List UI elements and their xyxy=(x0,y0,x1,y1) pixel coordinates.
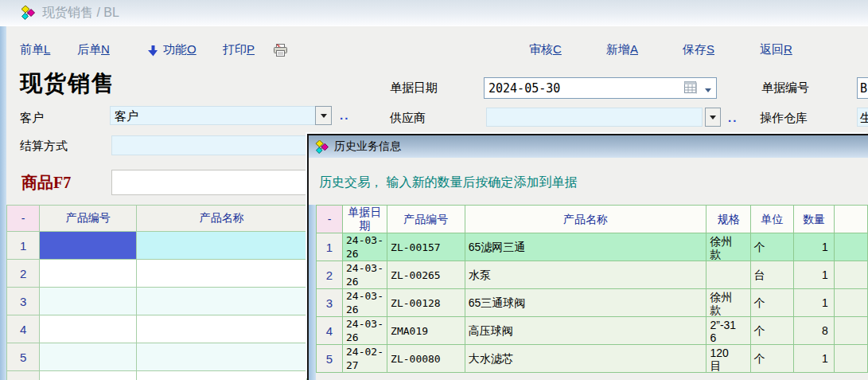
grid-cell[interactable] xyxy=(40,260,137,288)
cell-name[interactable]: 水泵 xyxy=(465,261,706,289)
col-header-product-name[interactable]: 产品名称 xyxy=(137,206,307,232)
grid-cell[interactable] xyxy=(40,343,137,371)
col-header-doc-date[interactable]: 单据日期 xyxy=(343,206,387,233)
printer-icon[interactable] xyxy=(273,44,288,57)
cell-name[interactable]: 65滤网三通 xyxy=(465,233,706,261)
product-input[interactable] xyxy=(111,170,306,195)
cell-qty[interactable]: 8 xyxy=(794,317,834,345)
cell-name[interactable]: 大水滤芯 xyxy=(465,345,706,373)
row-number[interactable]: 4 xyxy=(7,315,40,343)
cell-unit[interactable]: 个 xyxy=(750,345,793,373)
customer-browse-link[interactable]: .. xyxy=(340,108,349,122)
grid-cell[interactable] xyxy=(137,288,307,315)
cell-qty[interactable]: 1 xyxy=(794,261,834,289)
return-button[interactable]: 返回R xyxy=(760,42,792,57)
cell-code[interactable]: ZL-00157 xyxy=(387,233,465,261)
cell-spec[interactable] xyxy=(706,261,750,289)
next-doc-button[interactable]: 后单N xyxy=(77,42,110,57)
cell-extra[interactable] xyxy=(834,317,867,345)
grid-row[interactable]: 3 xyxy=(7,288,307,315)
audit-button[interactable]: 审核C xyxy=(529,42,562,57)
grid-corner-header[interactable]: - xyxy=(7,206,40,232)
cell-name[interactable]: 高压球阀 xyxy=(465,317,706,345)
row-number[interactable]: 5 xyxy=(7,343,40,371)
cell-extra[interactable] xyxy=(834,261,867,289)
grid-cell[interactable] xyxy=(40,371,137,380)
grid-cell[interactable] xyxy=(137,232,307,260)
supplier-dropdown-button[interactable] xyxy=(705,108,721,127)
cell-spec[interactable]: 120目 xyxy=(706,345,750,373)
row-number[interactable]: 4 xyxy=(317,317,343,345)
history-row[interactable]: 1 24-03-26 ZL-00157 65滤网三通 徐州款 个 1 xyxy=(317,233,868,261)
col-header-product-code[interactable]: 产品编号 xyxy=(40,206,137,232)
grid-row[interactable]: 1 xyxy=(7,232,307,260)
grid-corner-header[interactable]: - xyxy=(317,206,343,233)
supplier-combo[interactable] xyxy=(486,108,703,127)
prev-doc-button[interactable]: 前单L xyxy=(20,42,50,57)
cell-unit[interactable]: 个 xyxy=(750,289,793,317)
cell-qty[interactable]: 1 xyxy=(794,289,834,317)
history-row[interactable]: 3 24-03-26 ZL-00128 65三通球阀 徐州款 个 1 xyxy=(317,289,868,317)
cell-spec[interactable]: 2”-316 xyxy=(706,317,750,345)
grid-cell[interactable] xyxy=(137,371,307,380)
settlement-field[interactable] xyxy=(111,135,306,155)
cell-extra[interactable] xyxy=(834,289,867,317)
grid-row[interactable]: 2 xyxy=(7,260,307,288)
grid-row[interactable]: 4 xyxy=(7,315,307,343)
cell-code[interactable]: ZMA019 xyxy=(387,317,465,345)
cell-date[interactable]: 24-03-26 xyxy=(343,261,387,289)
add-new-button[interactable]: 新增A xyxy=(606,42,638,57)
row-number[interactable]: 5 xyxy=(317,345,343,373)
row-number[interactable]: 1 xyxy=(7,232,40,260)
cell-name[interactable]: 65三通球阀 xyxy=(465,289,706,317)
cell-spec[interactable]: 徐州款 xyxy=(706,233,750,261)
grid-cell[interactable] xyxy=(137,260,307,288)
cell-code[interactable]: ZL-00128 xyxy=(387,289,465,317)
doc-date-field[interactable]: 2024-05-30 xyxy=(484,77,717,99)
doc-no-field[interactable]: BL xyxy=(857,77,868,99)
row-number[interactable]: 2 xyxy=(317,261,343,289)
cell-spec[interactable]: 徐州款 xyxy=(706,289,750,317)
print-button[interactable]: 打印P xyxy=(223,42,255,57)
row-number[interactable]: 2 xyxy=(7,260,40,288)
warehouse-field[interactable]: 生 xyxy=(857,108,868,127)
selected-cell[interactable] xyxy=(40,232,137,260)
grid-cell[interactable] xyxy=(40,288,137,315)
cell-code[interactable]: ZL-00080 xyxy=(387,345,465,373)
cell-extra[interactable] xyxy=(834,345,867,373)
history-row[interactable]: 5 24-02-27 ZL-00080 大水滤芯 120目 个 1 xyxy=(317,345,868,373)
grid-cell[interactable] xyxy=(137,315,307,343)
row-number[interactable]: 6 xyxy=(7,371,40,380)
row-number[interactable]: 1 xyxy=(317,233,343,261)
calendar-icon[interactable] xyxy=(684,81,697,94)
row-number[interactable]: 3 xyxy=(7,288,40,315)
supplier-browse-link[interactable]: .. xyxy=(728,111,738,124)
history-row[interactable]: 2 24-03-26 ZL-00265 水泵 台 1 xyxy=(317,261,868,289)
cell-date[interactable]: 24-03-26 xyxy=(343,233,387,261)
save-button[interactable]: 保存S xyxy=(683,42,714,57)
grid-cell[interactable] xyxy=(40,315,137,343)
grid-cell[interactable] xyxy=(137,343,307,371)
col-header-qty[interactable]: 数量 xyxy=(794,206,834,233)
cell-extra[interactable] xyxy=(834,233,867,261)
functions-button[interactable]: 功能O xyxy=(163,42,197,57)
date-dropdown-arrow-icon[interactable] xyxy=(705,88,711,96)
cell-code[interactable]: ZL-00265 xyxy=(387,261,465,289)
row-number[interactable]: 3 xyxy=(317,289,343,317)
customer-combo[interactable]: 客户 xyxy=(110,106,316,125)
cell-date[interactable]: 24-02-27 xyxy=(343,345,387,373)
cell-unit[interactable]: 个 xyxy=(750,317,793,345)
cell-unit[interactable]: 台 xyxy=(750,261,793,289)
col-header-unit[interactable]: 单位 xyxy=(750,206,793,233)
history-row[interactable]: 4 24-03-26 ZMA019 高压球阀 2”-316 个 8 xyxy=(317,317,868,345)
cell-unit[interactable]: 个 xyxy=(750,233,793,261)
col-header-product-code[interactable]: 产品编号 xyxy=(387,206,465,233)
customer-dropdown-button[interactable] xyxy=(315,106,332,125)
col-header-product-name[interactable]: 产品名称 xyxy=(465,206,706,233)
cell-date[interactable]: 24-03-26 xyxy=(343,289,387,317)
cell-date[interactable]: 24-03-26 xyxy=(343,317,387,345)
grid-row[interactable]: 6 xyxy=(7,371,307,380)
cell-qty[interactable]: 1 xyxy=(794,233,834,261)
col-header-spec[interactable]: 规格 xyxy=(706,206,750,233)
grid-row[interactable]: 5 xyxy=(7,343,307,371)
